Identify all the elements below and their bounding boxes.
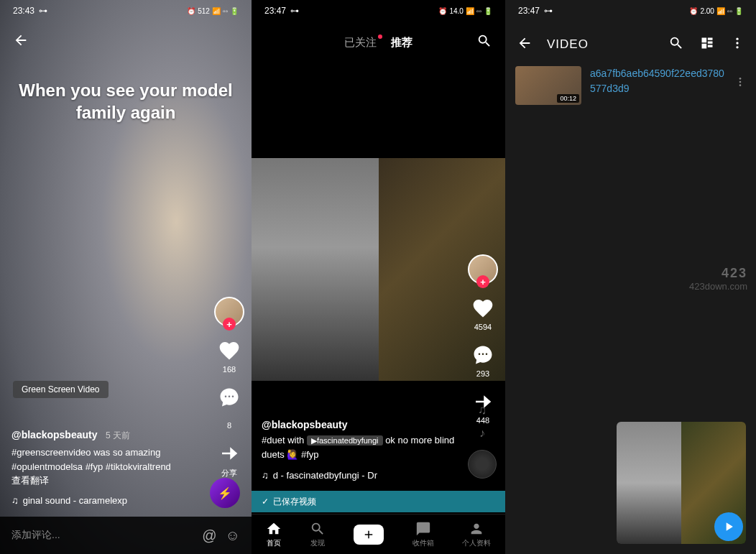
emoji-icon[interactable]: ☺ (226, 527, 240, 544)
comment-count: 293 (476, 369, 489, 378)
nav-profile[interactable]: 个人资料 (462, 521, 491, 548)
watermark-text-1: 423 (689, 266, 747, 281)
alarm-icon: ⏰ (438, 7, 447, 15)
key-icon: ⊶ (290, 6, 299, 16)
saved-video-banner[interactable]: ✓ 已保存视频 (252, 491, 505, 512)
share-button[interactable]: 分享 (217, 441, 241, 479)
tab-following-label: 已关注 (344, 36, 377, 48)
item-more-button[interactable] (734, 66, 746, 91)
follow-plus-icon[interactable]: + (223, 318, 236, 331)
follow-plus-icon[interactable]: + (476, 275, 489, 288)
nav-discover-label: 发现 (310, 538, 325, 548)
video-list-item[interactable]: 00:12 a6a7fb6aeb64590f22eed3780577d3d9 (515, 66, 746, 105)
inbox-icon (415, 521, 431, 537)
video-filename: a6a7fb6aeb64590f22eed3780577d3d9 (590, 66, 726, 96)
view-toggle-button[interactable] (700, 36, 714, 53)
music-note-icon: ♫ (262, 468, 269, 484)
like-button[interactable]: 168 (217, 338, 241, 374)
music-title: ginal sound - caramelexp (23, 494, 127, 508)
music-title: d - fascinatedbyfungi - Dr (273, 468, 377, 484)
like-button[interactable]: 4594 (471, 296, 495, 331)
bottom-navigation: 首页 发现 收件箱 个人资料 (252, 514, 505, 554)
tiktok-feed-screen: 23:47 ⊶ ⏰ 14.0 📶 ▫▫ 🔋 已关注 推荐 + (252, 0, 505, 554)
status-bar: 23:47 ⊶ ⏰ 14.0 📶 ▫▫ 🔋 (252, 0, 505, 22)
duet-user-tag[interactable]: ▶fascinatedbyfungi (307, 435, 383, 445)
back-button[interactable] (13, 32, 29, 51)
net-speed: 512 (198, 7, 210, 15)
home-icon (266, 521, 282, 537)
heart-icon (471, 296, 495, 320)
status-time: 23:47 (518, 6, 540, 16)
video-duration: 00:12 (557, 94, 579, 103)
status-bar: 23:47 ⊶ ⏰ 2.00 📶 ▫▫ 🔋 (505, 0, 756, 22)
music-disc-button[interactable] (468, 450, 497, 479)
nav-inbox[interactable]: 收件箱 (412, 521, 434, 548)
search-button[interactable] (668, 35, 684, 54)
more-menu-button[interactable] (730, 36, 745, 53)
status-icons: ⏰ 2.00 📶 ▫▫ 🔋 (689, 7, 743, 15)
comment-input[interactable]: 添加评论... (11, 529, 193, 542)
saved-label: 已保存视频 (273, 496, 316, 508)
wifi-icon: 📶 (212, 7, 221, 15)
preview-left-pane (617, 422, 681, 544)
app-toolbar: VIDEO (505, 27, 756, 62)
video-description[interactable]: #greenscreenvideo was so amazing #opulen… (11, 445, 208, 474)
svg-point-2 (736, 46, 738, 48)
nav-create-button[interactable] (354, 525, 384, 545)
lightning-icon: ⚡ (218, 486, 232, 500)
share-label: 分享 (221, 468, 237, 479)
net-speed: 14.0 (449, 7, 463, 15)
nav-inbox-label: 收件箱 (412, 538, 434, 548)
music-track[interactable]: ♫ ginal sound - caramelexp (11, 494, 208, 508)
tiktok-video-screen: 23:43 ⊶ ⏰ 512 📶 ▫▫ 🔋 When you see your m… (0, 0, 252, 554)
tab-recommended[interactable]: 推荐 (391, 36, 412, 50)
effect-tag[interactable]: Green Screen Video (13, 381, 109, 398)
mention-icon[interactable]: @ (202, 527, 216, 544)
comment-button[interactable]: 293 (471, 343, 495, 378)
share-small-count: 8 (227, 421, 231, 430)
status-time: 23:43 (13, 6, 34, 16)
svg-point-3 (739, 78, 742, 80)
music-track[interactable]: ♫ d - fascinatedbyfungi - Dr (262, 468, 462, 484)
side-action-rail: + 168 8 分享 (214, 297, 244, 479)
alarm-icon: ⏰ (689, 7, 698, 15)
signal-icon: ▫▫ (727, 7, 732, 15)
back-button[interactable] (517, 35, 533, 54)
status-bar: 23:43 ⊶ ⏰ 512 📶 ▫▫ 🔋 (0, 0, 252, 22)
music-note-icon: ♪ (479, 427, 485, 440)
username-link[interactable]: @blackopsbeauty (262, 417, 462, 433)
comment-button[interactable] (217, 385, 241, 410)
net-speed: 2.00 (700, 7, 714, 15)
nav-profile-label: 个人资料 (462, 538, 491, 548)
play-button[interactable] (714, 512, 743, 541)
comment-icon (471, 343, 495, 367)
status-icons: ⏰ 512 📶 ▫▫ 🔋 (187, 7, 239, 15)
alarm-icon: ⏰ (187, 7, 195, 15)
sound-fab-button[interactable]: ⚡ (210, 478, 240, 508)
search-button[interactable] (476, 33, 492, 52)
like-count: 4594 (474, 323, 492, 331)
status-time: 23:47 (264, 6, 286, 16)
translate-link[interactable]: 查看翻译 (11, 474, 208, 488)
like-count: 168 (223, 365, 236, 374)
battery-icon: 🔋 (734, 7, 743, 15)
avatar-icon: + (214, 297, 244, 327)
search-icon (310, 521, 326, 537)
person-icon (469, 521, 484, 537)
notification-dot-icon (378, 34, 382, 39)
nav-home[interactable]: 首页 (266, 521, 282, 548)
share-count-item: 8 (227, 421, 231, 430)
video-info: @blackopsbeauty #duet with ▶fascinatedby… (262, 417, 462, 484)
nav-discover[interactable]: 发现 (310, 521, 326, 548)
tab-following[interactable]: 已关注 (344, 36, 377, 50)
heart-icon (217, 338, 241, 363)
play-icon (722, 520, 736, 534)
profile-avatar-button[interactable]: + (468, 254, 498, 285)
profile-avatar-button[interactable]: + (214, 297, 244, 327)
video-description[interactable]: #duet with ▶fascinatedbyfungi ok no more… (262, 433, 462, 463)
share-icon (217, 441, 241, 466)
signal-icon: ▫▫ (476, 7, 481, 15)
video-thumbnail: 00:12 (515, 66, 581, 105)
desc-prefix: #duet with (262, 435, 304, 445)
username-link[interactable]: @blackopsbeauty (11, 429, 97, 440)
